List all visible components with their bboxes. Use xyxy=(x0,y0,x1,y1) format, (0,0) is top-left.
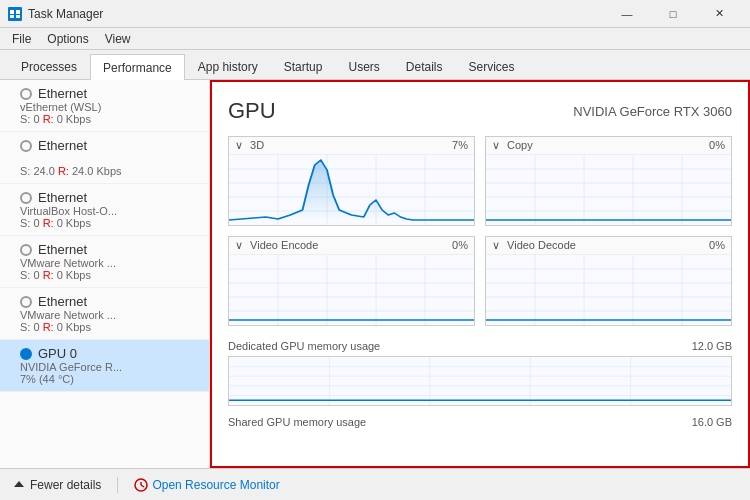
fewer-details-label: Fewer details xyxy=(30,478,101,492)
chart-video-decode: ∨ Video Decode 0% xyxy=(485,236,732,326)
chart-copy: ∨ Copy 0% xyxy=(485,136,732,226)
shared-memory-value: 16.0 GB xyxy=(692,416,732,428)
window-controls: — □ ✕ xyxy=(604,0,742,28)
item-stats: S: 0 R: 0 Kbps xyxy=(20,269,197,281)
chart-copy-label: ∨ Copy xyxy=(492,139,533,152)
item-name: Ethernet xyxy=(38,294,87,309)
chart-copy-body xyxy=(486,155,731,225)
status-icon xyxy=(20,244,32,256)
sidebar: Ethernet vEthernet (WSL) S: 0 R: 0 Kbps … xyxy=(0,80,210,468)
sidebar-item-ethernet-vmware1[interactable]: Ethernet VMware Network ... S: 0 R: 0 Kb… xyxy=(0,236,209,288)
chart-video-encode-svg xyxy=(229,255,474,325)
shared-memory-title: Shared GPU memory usage xyxy=(228,416,366,428)
sidebar-item-gpu0[interactable]: GPU 0 NVIDIA GeForce R... 7% (44 °C) xyxy=(0,340,209,392)
shared-memory-label: Shared GPU memory usage 16.0 GB xyxy=(228,414,732,430)
chart-3d-header: ∨ 3D 7% xyxy=(229,137,474,155)
dedicated-memory-value: 12.0 GB xyxy=(692,340,732,352)
close-button[interactable]: ✕ xyxy=(696,0,742,28)
item-stats: S: 0 R: 0 Kbps xyxy=(20,321,197,333)
menu-options[interactable]: Options xyxy=(39,30,96,48)
arrow-up-icon xyxy=(12,478,26,492)
content-panel: GPU NVIDIA GeForce RTX 3060 ∨ 3D 7% xyxy=(210,80,750,468)
chart-3d-percent: 7% xyxy=(452,139,468,152)
chart-video-encode-percent: 0% xyxy=(452,239,468,252)
dedicated-memory-chart xyxy=(228,356,732,406)
status-icon xyxy=(20,88,32,100)
svg-rect-4 xyxy=(16,15,20,18)
dedicated-memory-svg xyxy=(229,357,731,405)
item-stats: S: 24.0 R: 24.0 Kbps xyxy=(20,165,197,177)
dedicated-memory-label: Dedicated GPU memory usage 12.0 GB xyxy=(228,338,732,354)
chart-copy-percent: 0% xyxy=(709,139,725,152)
chart-3d: ∨ 3D 7% xyxy=(228,136,475,226)
menu-view[interactable]: View xyxy=(97,30,139,48)
item-name: GPU 0 xyxy=(38,346,77,361)
chart-3d-body xyxy=(229,155,474,225)
open-monitor-label: Open Resource Monitor xyxy=(152,478,279,492)
sidebar-item-ethernet-vmware2[interactable]: Ethernet VMware Network ... S: 0 R: 0 Kb… xyxy=(0,288,209,340)
item-stats: 7% (44 °C) xyxy=(20,373,197,385)
minimize-button[interactable]: — xyxy=(604,0,650,28)
status-icon xyxy=(20,140,32,152)
item-detail: vEthernet (WSL) xyxy=(20,101,197,113)
chart-video-decode-header: ∨ Video Decode 0% xyxy=(486,237,731,255)
svg-rect-2 xyxy=(16,10,20,14)
item-name: Ethernet xyxy=(38,86,87,101)
gpu-header: GPU NVIDIA GeForce RTX 3060 xyxy=(228,98,732,124)
monitor-icon xyxy=(134,478,148,492)
window-title: Task Manager xyxy=(28,7,604,21)
fewer-details-button[interactable]: Fewer details xyxy=(12,478,101,492)
sidebar-item-ethernet-1[interactable]: Ethernet S: 24.0 R: 24.0 Kbps xyxy=(0,132,209,184)
chart-video-encode: ∨ Video Encode 0% xyxy=(228,236,475,326)
chart-video-decode-percent: 0% xyxy=(709,239,725,252)
svg-marker-45 xyxy=(14,481,24,487)
dedicated-memory-title: Dedicated GPU memory usage xyxy=(228,340,380,352)
tab-users[interactable]: Users xyxy=(335,53,392,79)
tab-startup[interactable]: Startup xyxy=(271,53,336,79)
svg-rect-1 xyxy=(10,10,14,14)
tab-app-history[interactable]: App history xyxy=(185,53,271,79)
gpu-title: GPU xyxy=(228,98,276,124)
svg-line-48 xyxy=(141,485,144,487)
bottombar: Fewer details Open Resource Monitor xyxy=(0,468,750,500)
tab-processes[interactable]: Processes xyxy=(8,53,90,79)
bottombar-divider xyxy=(117,477,118,493)
status-icon xyxy=(20,192,32,204)
chart-video-decode-label: ∨ Video Decode xyxy=(492,239,576,252)
item-name: Ethernet xyxy=(38,138,87,153)
menubar: File Options View xyxy=(0,28,750,50)
tab-services[interactable]: Services xyxy=(456,53,528,79)
tab-performance[interactable]: Performance xyxy=(90,54,185,80)
chart-copy-header: ∨ Copy 0% xyxy=(486,137,731,155)
maximize-button[interactable]: □ xyxy=(650,0,696,28)
chart-video-decode-body xyxy=(486,255,731,325)
main-area: Ethernet vEthernet (WSL) S: 0 R: 0 Kbps … xyxy=(0,80,750,468)
shared-memory-section: Shared GPU memory usage 16.0 GB xyxy=(228,414,732,430)
open-resource-monitor-button[interactable]: Open Resource Monitor xyxy=(134,478,279,492)
status-icon xyxy=(20,348,32,360)
chart-video-encode-header: ∨ Video Encode 0% xyxy=(229,237,474,255)
charts-grid: ∨ 3D 7% xyxy=(228,136,732,326)
sidebar-item-ethernet-wsl[interactable]: Ethernet vEthernet (WSL) S: 0 R: 0 Kbps xyxy=(0,80,209,132)
item-detail: VMware Network ... xyxy=(20,309,197,321)
svg-rect-3 xyxy=(10,15,14,18)
tab-details[interactable]: Details xyxy=(393,53,456,79)
item-stats: S: 0 R: 0 Kbps xyxy=(20,217,197,229)
chart-video-encode-label: ∨ Video Encode xyxy=(235,239,318,252)
tabbar: Processes Performance App history Startu… xyxy=(0,50,750,80)
item-detail: NVIDIA GeForce R... xyxy=(20,361,197,373)
chart-video-encode-body xyxy=(229,255,474,325)
menu-file[interactable]: File xyxy=(4,30,39,48)
titlebar: Task Manager — □ ✕ xyxy=(0,0,750,28)
chart-3d-svg xyxy=(229,155,474,225)
app-icon xyxy=(8,7,22,21)
sidebar-item-ethernet-vbox[interactable]: Ethernet VirtualBox Host-O... S: 0 R: 0 … xyxy=(0,184,209,236)
item-name: Ethernet xyxy=(38,190,87,205)
chart-3d-label: ∨ 3D xyxy=(235,139,264,152)
status-icon xyxy=(20,296,32,308)
gpu-model: NVIDIA GeForce RTX 3060 xyxy=(573,104,732,119)
chart-video-decode-svg xyxy=(486,255,731,325)
item-stats: S: 0 R: 0 Kbps xyxy=(20,113,197,125)
item-detail: VMware Network ... xyxy=(20,257,197,269)
item-detail xyxy=(20,153,197,165)
